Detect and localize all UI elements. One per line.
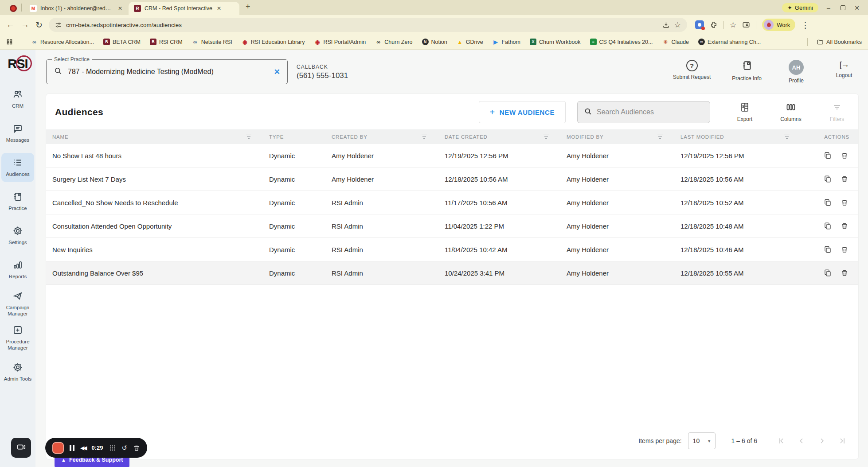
practice-info-button[interactable]: Practice Info — [732, 60, 762, 82]
site-settings-icon[interactable] — [55, 22, 62, 28]
apps-grid-icon[interactable] — [6, 39, 13, 45]
filter-icon[interactable] — [657, 135, 663, 139]
bookmark-item[interactable]: ∞ External sharing Ch... — [698, 39, 761, 45]
columns-button[interactable]: Columns — [779, 102, 802, 122]
last-page-button[interactable] — [838, 436, 847, 445]
copy-icon[interactable] — [824, 198, 832, 206]
favorites-star-icon[interactable]: ☆ — [730, 20, 736, 30]
trash-icon[interactable] — [133, 444, 140, 451]
reload-icon[interactable]: ↻ — [35, 20, 43, 30]
sidebar-item-practice[interactable]: Practice — [1, 187, 34, 216]
table-row[interactable]: Surgery List Next 7 Days Dynamic Amy Hol… — [46, 167, 858, 191]
filters-button[interactable]: Filters — [825, 102, 848, 122]
tab-inbox[interactable]: M Inbox (1) - aholdener@redspot ✕ — [24, 2, 129, 15]
bookmark-item[interactable]: X Churn Workbook — [530, 39, 581, 45]
trash-icon[interactable] — [841, 269, 848, 277]
sidebar-item-audiences[interactable]: Audiences — [1, 153, 34, 182]
sidebar-item-campaign-manager[interactable]: Campaign Manager — [1, 289, 34, 319]
bookmark-item[interactable]: R BETA CRM — [103, 39, 141, 45]
copy-icon[interactable] — [824, 222, 832, 230]
sidebar-item-admin-tools[interactable]: Admin Tools — [1, 358, 34, 387]
search-audiences-box[interactable] — [577, 101, 710, 123]
maximize-button[interactable] — [839, 4, 847, 12]
extensions-puzzle-icon[interactable] — [710, 21, 718, 29]
cell-name: New Inquiries — [46, 246, 263, 253]
filter-icon[interactable] — [784, 135, 790, 139]
filter-icon[interactable] — [246, 135, 251, 139]
copy-icon[interactable] — [824, 152, 832, 160]
copy-icon[interactable] — [824, 245, 832, 253]
table-row[interactable]: No Show Last 48 hours Dynamic Amy Holden… — [46, 144, 858, 167]
trash-icon[interactable] — [841, 222, 848, 230]
table-row[interactable]: New Inquiries Dynamic RSI Admin 11/04/20… — [46, 238, 858, 261]
export-button[interactable]: Export — [733, 102, 756, 122]
new-tab-button[interactable]: + — [246, 2, 250, 12]
new-audience-button[interactable]: + NEW AUDIENCE — [479, 101, 566, 123]
extension-badge-icon[interactable] — [695, 20, 704, 29]
logout-button[interactable]: [→ Logout — [831, 60, 857, 78]
search-tabs-icon[interactable] — [742, 21, 750, 29]
sidebar-item-settings[interactable]: Settings — [1, 221, 34, 250]
pause-button[interactable] — [70, 445, 74, 451]
back-icon[interactable]: ← — [6, 20, 15, 30]
bookmark-favicon-icon: ∞ — [375, 39, 382, 45]
bookmark-item[interactable]: ▲ GDrive — [457, 39, 483, 45]
close-tab-icon[interactable]: ✕ — [117, 5, 123, 12]
forward-icon[interactable]: → — [21, 20, 29, 30]
first-page-button[interactable] — [777, 436, 786, 445]
trash-icon[interactable] — [841, 152, 848, 160]
profile-button[interactable]: AH Profile — [783, 60, 809, 84]
trash-icon[interactable] — [841, 175, 848, 183]
cell-date-created: 12/18/2025 10:56 AM — [438, 175, 560, 183]
profile-work-button[interactable]: Work — [762, 19, 795, 31]
cell-name: Outstanding Balance Over $95 — [46, 269, 263, 277]
table-row[interactable]: Outstanding Balance Over $95 Dynamic RSI… — [46, 261, 858, 285]
sidebar-item-reports[interactable]: Reports — [1, 255, 34, 284]
select-practice-input[interactable] — [68, 68, 269, 76]
bookmark-item[interactable]: ≡ CS Q4 Initiatives 20... — [590, 39, 653, 45]
filter-icon[interactable] — [422, 135, 427, 139]
bookmark-item[interactable]: R RSI CRM — [150, 39, 183, 45]
sidebar-item-messages[interactable]: Messages — [1, 119, 34, 148]
gemini-button[interactable]: ✦Gemini — [782, 3, 818, 12]
address-bar[interactable]: crm-beta.redspotinteractive.com/audienci… — [49, 18, 687, 32]
screen-recorder-launcher-button[interactable] — [11, 438, 31, 458]
sidebar-item-crm[interactable]: CRM — [1, 85, 34, 114]
bookmark-item[interactable]: ✳ Claude — [662, 39, 689, 45]
submit-request-button[interactable]: ? Submit Request — [673, 60, 711, 80]
rewind-icon[interactable]: ◀◀ — [80, 445, 86, 451]
bookmark-item[interactable]: ◉ RSI Portal/Admin — [314, 39, 366, 45]
sidebar-item-label: Audiences — [6, 171, 30, 178]
stop-record-button[interactable] — [52, 442, 64, 454]
minimize-button[interactable]: – — [825, 4, 833, 12]
close-window-button[interactable]: ✕ — [853, 4, 861, 12]
bookmark-star-icon[interactable]: ☆ — [674, 20, 681, 30]
blur-grid-icon[interactable] — [109, 444, 116, 451]
search-audiences-input[interactable] — [597, 108, 704, 116]
bookmark-item[interactable]: ∞ Netsuite RSI — [192, 39, 232, 45]
trash-icon[interactable] — [841, 198, 848, 206]
next-page-button[interactable] — [817, 436, 826, 445]
bookmark-item[interactable]: N Notion — [422, 39, 447, 45]
restart-icon[interactable]: ↺ — [122, 444, 128, 452]
clear-practice-icon[interactable]: ✕ — [274, 67, 280, 77]
sidebar-item-procedure-manager[interactable]: Procedure Manager — [1, 323, 34, 353]
copy-icon[interactable] — [824, 175, 832, 183]
table-row[interactable]: Cancelled_No Show Needs to Reschedule Dy… — [46, 191, 858, 214]
filter-icon[interactable] — [543, 135, 549, 139]
bookmark-item[interactable]: ∞ Churn Zero — [375, 39, 412, 45]
table-row[interactable]: Consultation Attended Open Opportunity D… — [46, 214, 858, 238]
browser-menu-icon[interactable]: ⋮ — [801, 20, 809, 30]
trash-icon[interactable] — [841, 245, 848, 253]
copy-icon[interactable] — [824, 269, 832, 277]
all-bookmarks-button[interactable]: All Bookmarks — [817, 39, 862, 46]
bookmark-item[interactable]: ◉ RSI Education Library — [242, 39, 305, 45]
previous-page-button[interactable] — [797, 436, 806, 445]
tab-crm[interactable]: R CRM - Red Spot Interactive ✕ — [129, 2, 239, 15]
close-tab-icon[interactable]: ✕ — [216, 5, 222, 12]
bookmark-item[interactable]: ∞ Resource Allocation... — [31, 39, 94, 45]
page-size-select[interactable]: 10 ▾ — [688, 432, 716, 449]
bookmark-item[interactable]: ▶ Fathom — [493, 39, 520, 45]
select-practice-field[interactable]: Select Practice ✕ — [46, 59, 288, 84]
install-icon[interactable] — [662, 21, 670, 29]
